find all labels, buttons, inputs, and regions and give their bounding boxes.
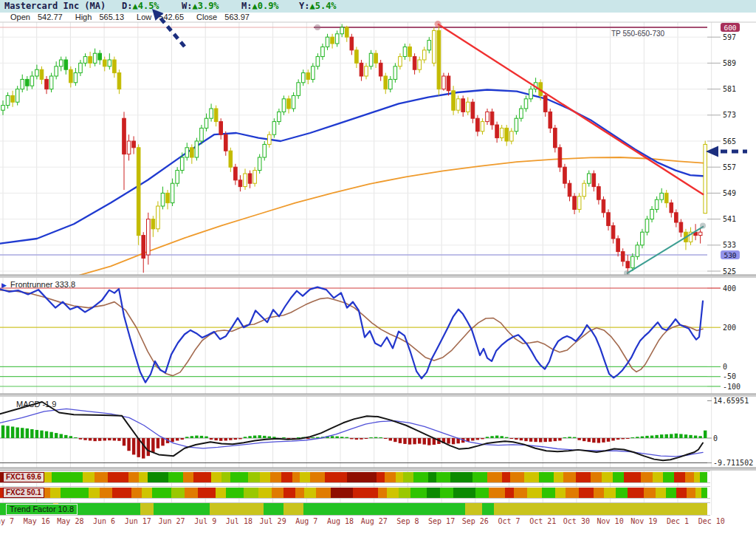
macd-histogram-bar <box>389 438 392 440</box>
macd-histogram-bar <box>142 438 145 459</box>
trading-chart-window: Mastercard Inc (MA) D:▲4.5% W:▲3.9% M:▲0… <box>0 0 756 543</box>
macd-histogram-bar <box>675 434 678 438</box>
macd-histogram-bar <box>655 435 658 438</box>
frontrunner-line <box>0 287 703 383</box>
fxc2-label: FXC2 50.1 <box>3 488 44 498</box>
macd-histogram-bar <box>214 438 217 440</box>
macd-histogram-bar <box>418 438 421 444</box>
macd-histogram-bar <box>263 436 266 438</box>
date-axis-label: Aug 27 <box>361 517 388 525</box>
macd-histogram-bar <box>238 438 241 439</box>
ma-slow-line <box>80 157 706 275</box>
macd-histogram-bar <box>679 434 682 438</box>
date-axis-label: May 16 <box>24 517 50 525</box>
macd-histogram-bar <box>185 437 188 438</box>
panel-separator <box>0 468 756 471</box>
chart-canvas[interactable]: 5975895815735655575495415335256005304002… <box>0 0 756 543</box>
macd-histogram-bar <box>505 437 508 438</box>
macd-histogram-bar <box>689 435 692 438</box>
downtrend-line <box>438 24 704 195</box>
panel-separator <box>0 275 756 278</box>
macd-histogram-bar <box>592 438 595 443</box>
date-axis-label: Aug 7 <box>295 517 317 525</box>
macd-histogram-bar <box>645 436 648 438</box>
macd-axis-label: 14.65951 <box>713 397 749 405</box>
macd-histogram-bar <box>190 436 193 438</box>
macd-histogram-bar <box>369 437 372 438</box>
frontrunner-axis-label: 200 <box>723 324 736 332</box>
price-axis-label: 573 <box>723 111 736 119</box>
macd-histogram-bar <box>1 426 4 438</box>
macd-histogram-bar <box>108 438 111 440</box>
macd-histogram-bar <box>64 435 67 438</box>
macd-histogram-bar <box>98 438 101 441</box>
macd-histogram-bar <box>611 438 614 440</box>
macd-line <box>0 402 703 460</box>
macd-histogram-bar <box>113 438 116 440</box>
macd-histogram-bar <box>234 438 237 440</box>
macd-histogram-bar <box>413 438 416 444</box>
macd-histogram-bar <box>74 437 77 438</box>
target-price-annotation: TP 550-650-730 <box>611 30 664 38</box>
macd-histogram-bar <box>379 437 382 438</box>
macd-histogram-bar <box>268 437 271 438</box>
macd-histogram-bar <box>597 438 600 443</box>
macd-histogram-bar <box>524 438 527 441</box>
macd-histogram-bar <box>181 438 184 440</box>
date-axis-label: Jul 9 <box>194 517 216 525</box>
ma-fast-line <box>0 89 706 243</box>
macd-histogram-bar <box>272 437 275 438</box>
macd-axis-label: -9.711502 <box>713 459 753 467</box>
macd-histogram-bar <box>588 438 591 442</box>
macd-histogram-bar <box>161 438 164 445</box>
macd-histogram-bar <box>6 426 9 438</box>
macd-histogram-bar <box>195 436 198 438</box>
date-axis-label: Sep 26 <box>462 517 489 525</box>
macd-histogram-bar <box>244 437 247 438</box>
macd-histogram-bar <box>500 436 503 438</box>
macd-histogram-bar <box>297 437 300 438</box>
date-axis-label: Jun 17 <box>125 517 151 525</box>
macd-histogram-bar <box>335 437 338 438</box>
date-axis-label: Jul 29 <box>260 517 286 525</box>
macd-histogram-bar <box>403 438 406 444</box>
macd-histogram-bar <box>602 438 605 443</box>
macd-histogram-bar <box>340 437 343 438</box>
price-axis-label: 565 <box>723 137 736 146</box>
macd-label: MACD -1.9 <box>16 400 56 409</box>
macd-histogram-bar <box>89 438 92 440</box>
panel-separator <box>0 394 756 397</box>
macd-histogram-bar <box>641 437 644 438</box>
macd-histogram-bar <box>35 430 38 438</box>
macd-histogram-bar <box>549 438 551 442</box>
macd-histogram-bar <box>660 434 663 438</box>
macd-histogram-bar <box>171 438 173 442</box>
macd-histogram-bar <box>384 438 387 439</box>
macd-histogram-bar <box>447 438 450 444</box>
macd-histogram-bar <box>103 438 106 440</box>
marker-dot <box>315 24 320 30</box>
macd-histogram-bar <box>83 438 86 440</box>
macd-histogram-bar <box>554 438 557 441</box>
macd-histogram-bar <box>577 438 580 440</box>
macd-histogram-bar <box>79 438 82 440</box>
macd-histogram-bar <box>607 438 610 442</box>
macd-histogram-bar <box>282 437 285 438</box>
macd-histogram-bar <box>346 437 348 438</box>
price-axis-label: 581 <box>723 85 736 93</box>
date-axis-label: Oct 21 <box>529 517 556 525</box>
macd-histogram-bar <box>55 433 58 438</box>
date-axis-label: Dec 1 <box>667 517 689 525</box>
macd-histogram-bar <box>558 438 561 440</box>
macd-histogram-bar <box>626 438 629 439</box>
macd-histogram-bar <box>476 438 479 440</box>
macd-histogram-bar <box>515 438 518 440</box>
macd-histogram-bar <box>306 438 309 439</box>
price-axis-label: 557 <box>723 163 736 171</box>
date-axis-label: Oct 30 <box>563 517 590 525</box>
macd-histogram-bar <box>93 438 96 441</box>
macd-histogram-bar <box>650 436 653 438</box>
date-axis-label: Nov 10 <box>597 517 624 525</box>
macd-histogram-bar <box>16 428 18 438</box>
date-axis-label: Aug 18 <box>327 517 354 525</box>
